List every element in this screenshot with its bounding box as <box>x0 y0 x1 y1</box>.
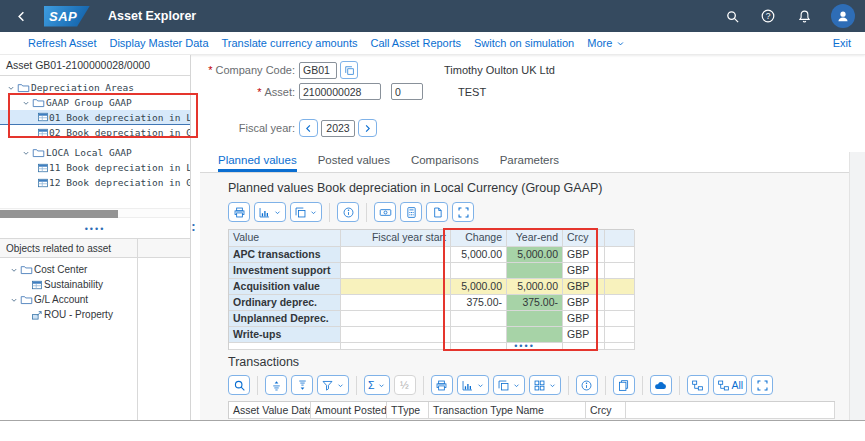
search-icon[interactable] <box>723 7 741 25</box>
column-header-transaction-type-name[interactable]: Transaction Type Name <box>429 402 586 419</box>
menu-display-master-data[interactable]: Display Master Data <box>109 37 208 49</box>
help-icon[interactable] <box>759 7 777 25</box>
notifications-bell-icon[interactable] <box>795 7 813 25</box>
tree-leaf-label: ROU - Property <box>44 309 113 320</box>
content-splitter-handle[interactable]: •••• <box>200 342 849 350</box>
company-code-label: Company Code: <box>200 64 295 76</box>
tree-leaf-label: 11 Book depreciation in Loc <box>49 162 191 173</box>
fiscal-year-start-cell <box>341 279 451 295</box>
chevron-down-icon[interactable] <box>8 295 19 305</box>
tree-node-gl-account[interactable]: G/L Account <box>0 292 190 307</box>
menu-switch-on-simulation[interactable]: Switch on simulation <box>474 37 574 49</box>
info-button[interactable] <box>337 202 359 222</box>
column-header-year-end[interactable]: Year-end <box>507 230 563 247</box>
column-header-asset-value-date[interactable]: Asset Value Date <box>229 402 311 419</box>
info-button[interactable] <box>576 375 598 395</box>
column-header-amount-posted[interactable]: Amount Posted <box>311 402 387 419</box>
print-button[interactable] <box>228 202 250 222</box>
sort-ascending-button[interactable] <box>265 375 287 395</box>
currency-button[interactable] <box>374 202 396 222</box>
table-row[interactable]: Write-ups GBP <box>229 327 634 343</box>
column-header-value[interactable]: Value <box>229 230 341 247</box>
table-row[interactable]: Ordinary deprec. 375.00- 375.00- GBP <box>229 295 634 311</box>
previous-year-button[interactable] <box>299 119 318 137</box>
chevron-down-icon <box>615 38 626 49</box>
asset-explorer-app: SAP Asset Explorer Refresh Asset Display… <box>0 0 865 441</box>
folder-icon <box>16 81 31 94</box>
menu-refresh-asset[interactable]: Refresh Asset <box>28 37 96 49</box>
menu-more-label: More <box>587 37 612 49</box>
company-name-text: Timothy Oulton UK Ltd <box>444 64 555 76</box>
vertical-scrollbar[interactable] <box>849 152 865 421</box>
fullscreen-button[interactable] <box>751 375 773 395</box>
next-year-button[interactable] <box>358 119 377 137</box>
asset-number-input[interactable] <box>299 83 381 100</box>
table-row[interactable]: APC transactions 5,000.00 5,000.00 GBP <box>229 247 634 263</box>
folder-icon <box>31 96 46 109</box>
tree-node-depreciation-areas[interactable]: Depreciation Areas <box>0 80 190 95</box>
sort-descending-button[interactable] <box>291 375 313 395</box>
tree-node-cost-center[interactable]: Cost Center <box>0 262 190 277</box>
tree-node-loca-local[interactable]: LOCA Local GAAP <box>0 145 190 160</box>
tree-leaf-sustainability[interactable]: Sustainability <box>0 277 190 292</box>
chart-menu-button[interactable] <box>254 202 286 222</box>
column-header-ttype[interactable]: TType <box>387 402 429 419</box>
planned-values-toolbar <box>228 202 474 222</box>
find-button[interactable] <box>228 375 250 395</box>
chevron-down-icon[interactable] <box>20 98 31 108</box>
tree-leaf-rou-property[interactable]: ROU - Property <box>0 307 190 322</box>
toolbar-separator <box>356 376 357 395</box>
value-help-copy-button[interactable] <box>340 61 358 79</box>
views-menu-button[interactable] <box>529 375 561 395</box>
column-header-fiscal-year-start[interactable]: Fiscal year start <box>341 230 451 247</box>
tree-leaf-area-12[interactable]: 12 Book depreciation in Gro <box>0 175 190 190</box>
expand-all-button[interactable]: All <box>713 375 748 395</box>
chevron-down-icon[interactable] <box>8 265 19 275</box>
vertical-splitter-handle[interactable]: •• <box>192 222 195 232</box>
table-row[interactable]: Investment support GBP <box>229 263 634 279</box>
column-header-change[interactable]: Change <box>451 230 507 247</box>
expand-node-button[interactable] <box>687 375 709 395</box>
cloud-button[interactable] <box>650 375 672 395</box>
menu-call-asset-reports[interactable]: Call Asset Reports <box>370 37 460 49</box>
tab-comparisons[interactable]: Comparisons <box>411 152 479 172</box>
copy-menu-button[interactable] <box>290 202 322 222</box>
tab-planned-values[interactable]: Planned values <box>218 152 297 172</box>
user-avatar[interactable] <box>831 4 855 28</box>
panel-splitter-handle[interactable]: •••• <box>0 225 190 233</box>
row-label: APC transactions <box>229 247 341 263</box>
asset-subnumber-input[interactable] <box>391 83 423 100</box>
chevron-down-icon[interactable] <box>5 83 16 93</box>
export-document-button[interactable] <box>426 202 448 222</box>
planned-values-content: Planned values Book depreciation in Loca… <box>200 173 849 420</box>
toolbar-separator <box>605 376 606 395</box>
tab-parameters[interactable]: Parameters <box>500 152 559 172</box>
copy-page-button[interactable] <box>613 375 635 395</box>
transactions-toolbar: Σ ½ All <box>228 375 773 395</box>
tree-leaf-area-11[interactable]: 11 Book depreciation in Loc <box>0 160 190 175</box>
tree-node-gaap-group[interactable]: GAAP Group GAAP <box>0 95 190 110</box>
print-button[interactable] <box>431 375 453 395</box>
sum-menu-button[interactable]: Σ <box>364 375 390 395</box>
horizontal-scrollbar[interactable] <box>0 208 190 218</box>
filter-menu-button[interactable] <box>317 375 349 395</box>
menu-translate-currency-amounts[interactable]: Translate currency amounts <box>222 37 358 49</box>
menu-exit[interactable]: Exit <box>833 37 851 49</box>
column-header-crcy[interactable]: Crcy <box>563 230 605 247</box>
chevron-down-icon[interactable] <box>20 148 31 158</box>
fullscreen-button[interactable] <box>452 202 474 222</box>
company-code-input[interactable] <box>299 62 337 79</box>
tree-leaf-area-02[interactable]: 02 Book depreciation in Gro <box>0 125 190 140</box>
tree-leaf-area-01[interactable]: 01 Book depreciation in Loc <box>0 110 190 125</box>
table-row[interactable]: Unplanned Deprec. GBP <box>229 311 634 327</box>
menu-more[interactable]: More <box>587 37 626 49</box>
tab-posted-values[interactable]: Posted values <box>318 152 390 172</box>
column-header-crcy[interactable]: Crcy <box>586 402 626 419</box>
scrollbar-thumb[interactable] <box>0 210 118 218</box>
back-button[interactable] <box>6 9 36 24</box>
copy-menu-button[interactable] <box>493 375 525 395</box>
table-row-highlighted[interactable]: Acquisition value 5,000.00 5,000.00 GBP <box>229 279 634 295</box>
fiscal-year-input[interactable] <box>321 120 355 137</box>
chart-menu-button[interactable] <box>457 375 489 395</box>
calculator-button[interactable] <box>400 202 422 222</box>
